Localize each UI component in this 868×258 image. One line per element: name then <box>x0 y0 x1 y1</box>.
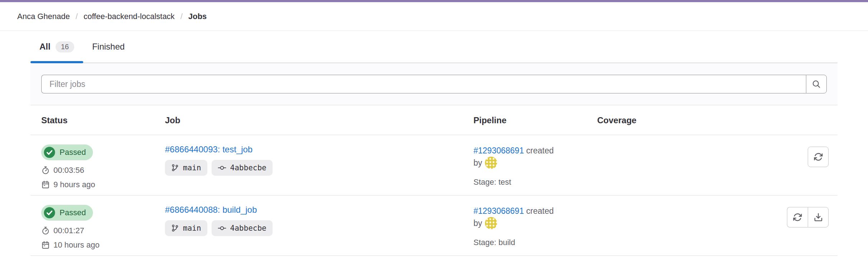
header-status: Status <box>41 115 165 125</box>
branch-name: main <box>183 224 201 232</box>
retry-icon <box>813 152 823 162</box>
pipeline-stage: Stage: test <box>473 178 597 187</box>
commit-sha: 4abbecbe <box>230 224 266 232</box>
filter-search-group <box>41 75 827 93</box>
commit-icon <box>218 163 226 172</box>
retry-icon <box>793 212 802 222</box>
status-badge-label: Passed <box>60 208 86 217</box>
job-age-value: 9 hours ago <box>53 180 95 189</box>
header-coverage: Coverage <box>597 115 741 125</box>
status-badge-label: Passed <box>60 148 86 157</box>
job-link[interactable]: #6866440088: build_job <box>165 205 257 215</box>
pipeline-by-line: by <box>473 157 597 169</box>
search-button[interactable] <box>806 75 827 93</box>
retry-job-button[interactable] <box>808 147 829 167</box>
pipeline-link[interactable]: #1293068691 <box>473 146 524 155</box>
job-age-value: 10 hours ago <box>53 240 99 250</box>
commit-badge[interactable]: 4abbecbe <box>212 160 273 176</box>
job-link[interactable]: #6866440093: test_job <box>165 144 253 155</box>
filter-jobs-input[interactable] <box>41 75 806 93</box>
timer-icon <box>41 226 50 235</box>
header-job: Job <box>165 115 473 125</box>
pipeline-link[interactable]: #1293068691 <box>473 206 524 216</box>
status-success-icon <box>44 147 55 158</box>
filter-panel <box>30 63 838 105</box>
branch-badge[interactable]: main <box>165 220 207 236</box>
job-age: 9 hours ago <box>41 180 165 189</box>
branch-icon <box>171 164 179 172</box>
pipeline-line: #1293068691 created <box>473 144 597 157</box>
ref-badges: main 4abbecbe <box>165 220 473 236</box>
job-age: 10 hours ago <box>41 240 165 250</box>
table-row: Passed 00:01:27 10 hours ago #6866440088… <box>30 195 838 256</box>
timer-icon <box>41 166 50 175</box>
pipeline-created-text: created <box>526 206 554 216</box>
job-duration-value: 00:03:56 <box>53 166 84 175</box>
actions-cell <box>741 205 829 255</box>
breadcrumb-group-link[interactable]: Anca Ghenade <box>17 12 70 21</box>
tab-all-count-badge: 16 <box>56 41 74 52</box>
status-badge[interactable]: Passed <box>41 144 93 160</box>
breadcrumb-separator: / <box>76 12 78 21</box>
pipeline-by-line: by <box>473 217 597 229</box>
pipeline-line: #1293068691 created <box>473 205 597 217</box>
commit-badge[interactable]: 4abbecbe <box>212 220 273 236</box>
branch-icon <box>171 224 179 232</box>
commit-icon <box>218 224 226 232</box>
calendar-icon <box>41 180 50 189</box>
status-cell: Passed 00:01:27 10 hours ago <box>41 205 165 255</box>
branch-name: main <box>183 163 201 172</box>
job-actions-group <box>787 207 829 227</box>
breadcrumb-project-link[interactable]: coffee-backend-localstack <box>84 12 175 21</box>
triggerer-avatar[interactable] <box>485 217 497 229</box>
job-duration: 00:01:27 <box>41 226 165 235</box>
header-pipeline: Pipeline <box>473 115 597 125</box>
status-success-icon <box>44 207 55 218</box>
job-duration: 00:03:56 <box>41 166 165 175</box>
jobs-table: Status Job Pipeline Coverage Passed 00:0… <box>30 105 838 256</box>
pipeline-by-text: by <box>473 218 482 228</box>
triggerer-avatar[interactable] <box>485 157 497 169</box>
status-badge[interactable]: Passed <box>41 205 93 221</box>
breadcrumb-separator: / <box>180 12 183 21</box>
header-actions <box>741 115 829 125</box>
download-icon <box>813 212 823 222</box>
tab-finished-label: Finished <box>92 42 125 52</box>
breadcrumb: Anca Ghenade / coffee-backend-localstack… <box>0 2 868 31</box>
actions-cell <box>741 144 829 195</box>
tab-finished[interactable]: Finished <box>83 31 134 63</box>
pipeline-created-text: created <box>526 146 554 155</box>
status-cell: Passed 00:03:56 9 hours ago <box>41 144 165 195</box>
table-header-row: Status Job Pipeline Coverage <box>30 105 838 135</box>
job-duration-value: 00:01:27 <box>53 226 84 235</box>
job-cell: #6866440088: build_job main 4abbecbe <box>165 205 473 255</box>
coverage-cell <box>597 144 741 195</box>
tab-all[interactable]: All 16 <box>30 31 83 63</box>
pipeline-stage: Stage: build <box>473 238 597 247</box>
search-icon <box>812 79 821 89</box>
job-cell: #6866440093: test_job main 4abbecbe <box>165 144 473 195</box>
commit-sha: 4abbecbe <box>230 163 266 172</box>
table-row: Passed 00:03:56 9 hours ago #6866440093:… <box>30 135 838 195</box>
retry-job-button[interactable] <box>787 207 808 227</box>
breadcrumb-current-page: Jobs <box>188 12 207 21</box>
tab-all-label: All <box>39 42 51 52</box>
download-artifacts-button[interactable] <box>808 207 829 227</box>
coverage-cell <box>597 205 741 255</box>
calendar-icon <box>41 241 50 249</box>
pipeline-cell: #1293068691 created by Stage: build <box>473 205 597 255</box>
ref-badges: main 4abbecbe <box>165 160 473 176</box>
pipeline-by-text: by <box>473 158 482 167</box>
pipeline-cell: #1293068691 created by Stage: test <box>473 144 597 195</box>
branch-badge[interactable]: main <box>165 160 207 176</box>
jobs-tabs: All 16 Finished <box>30 31 838 63</box>
